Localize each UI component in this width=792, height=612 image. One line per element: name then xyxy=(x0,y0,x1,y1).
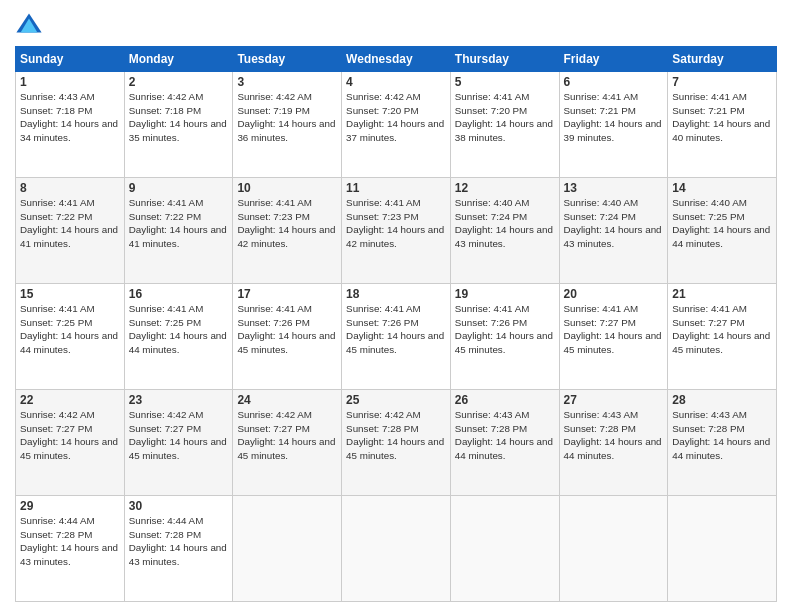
day-info: Sunrise: 4:41 AMSunset: 7:27 PMDaylight:… xyxy=(564,303,662,355)
calendar-day-cell: 29 Sunrise: 4:44 AMSunset: 7:28 PMDaylig… xyxy=(16,496,125,602)
calendar-day-cell: 9 Sunrise: 4:41 AMSunset: 7:22 PMDayligh… xyxy=(124,178,233,284)
logo-icon xyxy=(15,10,43,38)
calendar-day-cell: 8 Sunrise: 4:41 AMSunset: 7:22 PMDayligh… xyxy=(16,178,125,284)
day-info: Sunrise: 4:40 AMSunset: 7:24 PMDaylight:… xyxy=(455,197,553,249)
calendar-day-cell: 16 Sunrise: 4:41 AMSunset: 7:25 PMDaylig… xyxy=(124,284,233,390)
day-info: Sunrise: 4:44 AMSunset: 7:28 PMDaylight:… xyxy=(20,515,118,567)
calendar-day-cell: 27 Sunrise: 4:43 AMSunset: 7:28 PMDaylig… xyxy=(559,390,668,496)
weekday-header: Tuesday xyxy=(233,47,342,72)
day-info: Sunrise: 4:41 AMSunset: 7:26 PMDaylight:… xyxy=(237,303,335,355)
weekday-header: Friday xyxy=(559,47,668,72)
calendar-day-cell: 20 Sunrise: 4:41 AMSunset: 7:27 PMDaylig… xyxy=(559,284,668,390)
calendar-day-cell: 3 Sunrise: 4:42 AMSunset: 7:19 PMDayligh… xyxy=(233,72,342,178)
day-number: 2 xyxy=(129,75,229,89)
day-number: 11 xyxy=(346,181,446,195)
day-info: Sunrise: 4:43 AMSunset: 7:28 PMDaylight:… xyxy=(455,409,553,461)
calendar-day-cell: 28 Sunrise: 4:43 AMSunset: 7:28 PMDaylig… xyxy=(668,390,777,496)
weekday-header: Saturday xyxy=(668,47,777,72)
calendar-day-cell xyxy=(668,496,777,602)
day-info: Sunrise: 4:41 AMSunset: 7:26 PMDaylight:… xyxy=(455,303,553,355)
day-number: 17 xyxy=(237,287,337,301)
day-info: Sunrise: 4:41 AMSunset: 7:21 PMDaylight:… xyxy=(672,91,770,143)
calendar-day-cell: 24 Sunrise: 4:42 AMSunset: 7:27 PMDaylig… xyxy=(233,390,342,496)
day-info: Sunrise: 4:41 AMSunset: 7:23 PMDaylight:… xyxy=(346,197,444,249)
day-number: 10 xyxy=(237,181,337,195)
calendar-day-cell xyxy=(233,496,342,602)
calendar-day-cell: 30 Sunrise: 4:44 AMSunset: 7:28 PMDaylig… xyxy=(124,496,233,602)
calendar-day-cell: 13 Sunrise: 4:40 AMSunset: 7:24 PMDaylig… xyxy=(559,178,668,284)
calendar-day-cell: 25 Sunrise: 4:42 AMSunset: 7:28 PMDaylig… xyxy=(342,390,451,496)
day-number: 27 xyxy=(564,393,664,407)
day-info: Sunrise: 4:42 AMSunset: 7:18 PMDaylight:… xyxy=(129,91,227,143)
day-number: 20 xyxy=(564,287,664,301)
day-number: 30 xyxy=(129,499,229,513)
calendar-week-row: 22 Sunrise: 4:42 AMSunset: 7:27 PMDaylig… xyxy=(16,390,777,496)
day-number: 9 xyxy=(129,181,229,195)
day-number: 1 xyxy=(20,75,120,89)
header xyxy=(15,10,777,38)
day-number: 12 xyxy=(455,181,555,195)
logo xyxy=(15,10,47,38)
calendar-day-cell: 2 Sunrise: 4:42 AMSunset: 7:18 PMDayligh… xyxy=(124,72,233,178)
day-info: Sunrise: 4:42 AMSunset: 7:27 PMDaylight:… xyxy=(237,409,335,461)
day-number: 5 xyxy=(455,75,555,89)
day-number: 22 xyxy=(20,393,120,407)
calendar-day-cell: 14 Sunrise: 4:40 AMSunset: 7:25 PMDaylig… xyxy=(668,178,777,284)
weekday-header: Wednesday xyxy=(342,47,451,72)
calendar-day-cell xyxy=(450,496,559,602)
calendar-day-cell: 17 Sunrise: 4:41 AMSunset: 7:26 PMDaylig… xyxy=(233,284,342,390)
day-number: 7 xyxy=(672,75,772,89)
calendar-day-cell: 23 Sunrise: 4:42 AMSunset: 7:27 PMDaylig… xyxy=(124,390,233,496)
day-number: 24 xyxy=(237,393,337,407)
day-info: Sunrise: 4:41 AMSunset: 7:22 PMDaylight:… xyxy=(20,197,118,249)
calendar-day-cell: 18 Sunrise: 4:41 AMSunset: 7:26 PMDaylig… xyxy=(342,284,451,390)
day-number: 3 xyxy=(237,75,337,89)
page: SundayMondayTuesdayWednesdayThursdayFrid… xyxy=(0,0,792,612)
day-info: Sunrise: 4:42 AMSunset: 7:20 PMDaylight:… xyxy=(346,91,444,143)
day-info: Sunrise: 4:41 AMSunset: 7:22 PMDaylight:… xyxy=(129,197,227,249)
day-number: 19 xyxy=(455,287,555,301)
day-number: 25 xyxy=(346,393,446,407)
day-info: Sunrise: 4:41 AMSunset: 7:25 PMDaylight:… xyxy=(20,303,118,355)
calendar-day-cell: 22 Sunrise: 4:42 AMSunset: 7:27 PMDaylig… xyxy=(16,390,125,496)
day-number: 14 xyxy=(672,181,772,195)
calendar-day-cell: 1 Sunrise: 4:43 AMSunset: 7:18 PMDayligh… xyxy=(16,72,125,178)
calendar-week-row: 1 Sunrise: 4:43 AMSunset: 7:18 PMDayligh… xyxy=(16,72,777,178)
day-info: Sunrise: 4:42 AMSunset: 7:27 PMDaylight:… xyxy=(20,409,118,461)
calendar-day-cell: 11 Sunrise: 4:41 AMSunset: 7:23 PMDaylig… xyxy=(342,178,451,284)
calendar-table: SundayMondayTuesdayWednesdayThursdayFrid… xyxy=(15,46,777,602)
day-info: Sunrise: 4:41 AMSunset: 7:21 PMDaylight:… xyxy=(564,91,662,143)
weekday-header: Monday xyxy=(124,47,233,72)
day-info: Sunrise: 4:41 AMSunset: 7:23 PMDaylight:… xyxy=(237,197,335,249)
day-info: Sunrise: 4:41 AMSunset: 7:26 PMDaylight:… xyxy=(346,303,444,355)
day-number: 28 xyxy=(672,393,772,407)
day-number: 16 xyxy=(129,287,229,301)
calendar-day-cell xyxy=(342,496,451,602)
day-number: 29 xyxy=(20,499,120,513)
calendar-day-cell: 19 Sunrise: 4:41 AMSunset: 7:26 PMDaylig… xyxy=(450,284,559,390)
day-number: 26 xyxy=(455,393,555,407)
calendar-week-row: 8 Sunrise: 4:41 AMSunset: 7:22 PMDayligh… xyxy=(16,178,777,284)
day-info: Sunrise: 4:42 AMSunset: 7:19 PMDaylight:… xyxy=(237,91,335,143)
day-info: Sunrise: 4:43 AMSunset: 7:18 PMDaylight:… xyxy=(20,91,118,143)
calendar-day-cell: 21 Sunrise: 4:41 AMSunset: 7:27 PMDaylig… xyxy=(668,284,777,390)
day-info: Sunrise: 4:40 AMSunset: 7:24 PMDaylight:… xyxy=(564,197,662,249)
day-number: 21 xyxy=(672,287,772,301)
day-info: Sunrise: 4:40 AMSunset: 7:25 PMDaylight:… xyxy=(672,197,770,249)
day-number: 13 xyxy=(564,181,664,195)
calendar-day-cell: 5 Sunrise: 4:41 AMSunset: 7:20 PMDayligh… xyxy=(450,72,559,178)
calendar-day-cell: 12 Sunrise: 4:40 AMSunset: 7:24 PMDaylig… xyxy=(450,178,559,284)
day-info: Sunrise: 4:43 AMSunset: 7:28 PMDaylight:… xyxy=(672,409,770,461)
day-number: 15 xyxy=(20,287,120,301)
calendar-day-cell: 6 Sunrise: 4:41 AMSunset: 7:21 PMDayligh… xyxy=(559,72,668,178)
day-info: Sunrise: 4:44 AMSunset: 7:28 PMDaylight:… xyxy=(129,515,227,567)
day-number: 18 xyxy=(346,287,446,301)
calendar-header-row: SundayMondayTuesdayWednesdayThursdayFrid… xyxy=(16,47,777,72)
day-number: 6 xyxy=(564,75,664,89)
day-number: 23 xyxy=(129,393,229,407)
calendar-week-row: 29 Sunrise: 4:44 AMSunset: 7:28 PMDaylig… xyxy=(16,496,777,602)
day-info: Sunrise: 4:43 AMSunset: 7:28 PMDaylight:… xyxy=(564,409,662,461)
calendar-day-cell: 15 Sunrise: 4:41 AMSunset: 7:25 PMDaylig… xyxy=(16,284,125,390)
day-info: Sunrise: 4:41 AMSunset: 7:25 PMDaylight:… xyxy=(129,303,227,355)
day-info: Sunrise: 4:42 AMSunset: 7:27 PMDaylight:… xyxy=(129,409,227,461)
